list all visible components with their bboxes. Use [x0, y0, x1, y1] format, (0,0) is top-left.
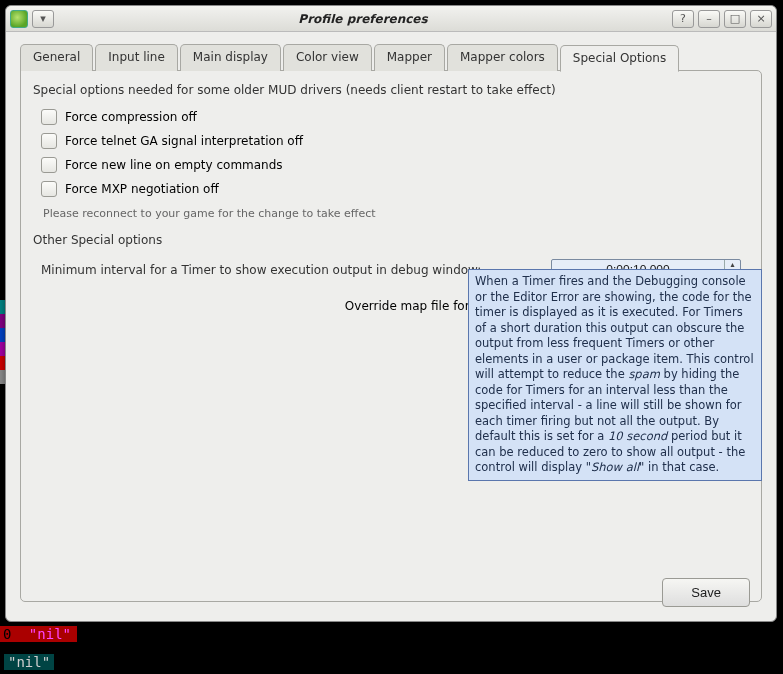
- timer-interval-tooltip: When a Timer fires and the Debugging con…: [468, 269, 762, 481]
- section2-heading: Other Special options: [33, 233, 749, 247]
- tab-input-line[interactable]: Input line: [95, 44, 178, 71]
- titlebar-extra-button[interactable]: ▾: [32, 10, 54, 28]
- tab-color-view[interactable]: Color view: [283, 44, 372, 71]
- app-icon: [10, 10, 28, 28]
- check-label: Force MXP negotiation off: [65, 182, 219, 196]
- tab-bar: General Input line Main display Color vi…: [20, 44, 762, 71]
- tab-special-options[interactable]: Special Options: [560, 45, 679, 72]
- checkbox-icon[interactable]: [41, 133, 57, 149]
- help-button[interactable]: ?: [672, 10, 694, 28]
- checkbox-icon[interactable]: [41, 109, 57, 125]
- titlebar[interactable]: ▾ Profile preferences ? – □ ×: [6, 6, 776, 32]
- minimize-button[interactable]: –: [698, 10, 720, 28]
- close-button[interactable]: ×: [750, 10, 772, 28]
- section1-note: Please reconnect to your game for the ch…: [33, 201, 749, 224]
- tab-general[interactable]: General: [20, 44, 93, 71]
- dialog-button-row: Save: [662, 578, 750, 607]
- terminal-text: "nil": [14, 626, 77, 642]
- check-force-mxp-off[interactable]: Force MXP negotiation off: [33, 177, 749, 201]
- maximize-button[interactable]: □: [724, 10, 746, 28]
- tab-mapper[interactable]: Mapper: [374, 44, 445, 71]
- terminal-text: "nil": [4, 654, 54, 670]
- checkbox-icon[interactable]: [41, 181, 57, 197]
- timer-interval-label: Minimum interval for a Timer to show exe…: [41, 263, 481, 277]
- save-button[interactable]: Save: [662, 578, 750, 607]
- window-title: Profile preferences: [58, 12, 668, 26]
- check-force-newline-empty[interactable]: Force new line on empty commands: [33, 153, 749, 177]
- check-force-telnet-ga-off[interactable]: Force telnet GA signal interpretation of…: [33, 129, 749, 153]
- check-label: Force compression off: [65, 110, 197, 124]
- tab-main-display[interactable]: Main display: [180, 44, 281, 71]
- check-label: Force new line on empty commands: [65, 158, 283, 172]
- checkbox-icon[interactable]: [41, 157, 57, 173]
- tab-mapper-colors[interactable]: Mapper colors: [447, 44, 558, 71]
- check-label: Force telnet GA signal interpretation of…: [65, 134, 303, 148]
- check-force-compression-off[interactable]: Force compression off: [33, 105, 749, 129]
- terminal-text: 0: [0, 626, 14, 642]
- section1-heading: Special options needed for some older MU…: [33, 83, 749, 97]
